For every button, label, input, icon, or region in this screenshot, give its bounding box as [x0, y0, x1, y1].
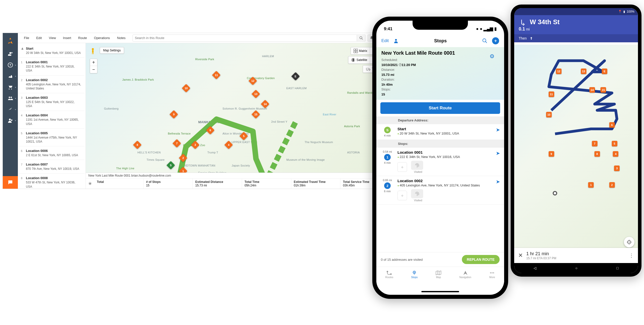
map-marker[interactable]: E [602, 69, 607, 74]
android-map[interactable]: 1213E11141510697584312 [514, 45, 638, 251]
map-canvas[interactable]: HARLEMRiverside ParkConservatory GardenE… [86, 43, 390, 189]
visited-thumbnail[interactable] [411, 161, 423, 170]
search-icon[interactable] [482, 38, 488, 44]
map-marker[interactable]: 4 [226, 142, 232, 149]
map-marker[interactable]: 15 [253, 111, 259, 119]
map-marker[interactable]: S [168, 162, 174, 170]
start-route-button[interactable]: Start Route [380, 102, 500, 114]
tab-routes[interactable]: Routes [385, 270, 393, 279]
more-button[interactable]: ⋮ [629, 252, 634, 258]
stop-item[interactable]: 4Location 00041191 1st Avenue, New York,… [19, 111, 85, 128]
summary-settings-button[interactable] [86, 179, 94, 189]
map-marker[interactable]: 4 [613, 151, 618, 157]
matrix-view-button[interactable]: Matrix [351, 47, 370, 54]
menu-route[interactable]: Route [75, 35, 90, 41]
map-marker[interactable]: 14 [262, 101, 268, 109]
map-marker[interactable]: 8 [594, 151, 600, 157]
arrow-up-icon [529, 36, 533, 40]
stop-item[interactable]: Start20 W 34th St, New York, NY 10001, U… [19, 44, 85, 58]
ios-stop-item[interactable]: 0.65 mi26 min Location 0002405 Lexington… [376, 176, 504, 205]
app-logo-icon [6, 37, 14, 45]
satellite-button[interactable]: Satellite [348, 56, 370, 63]
ios-stop-item[interactable]: S4 min Start20 W 34th St, New York, NY 1… [376, 124, 504, 140]
stop-item[interactable]: 7Location 0007870 7th Ave, New York, NY … [19, 160, 85, 174]
stop-item[interactable]: 3Location 0003125 E 54th St, New York, N… [19, 93, 85, 111]
map-marker[interactable]: 2 [180, 155, 186, 162]
map-marker[interactable]: 13 [253, 91, 259, 99]
search-button[interactable] [357, 35, 366, 42]
back-button[interactable]: ◁ [534, 266, 536, 270]
sidebar-new-route[interactable] [3, 49, 18, 59]
map-marker[interactable]: 2 [609, 182, 615, 188]
map-marker[interactable]: 1 [588, 182, 594, 188]
tab-stops[interactable]: Stops [411, 270, 418, 279]
map-marker[interactable]: 9 [549, 151, 554, 157]
stops-panel[interactable]: Start20 W 34th St, New York, NY 10001, U… [18, 43, 86, 189]
map-marker[interactable]: 6 [609, 122, 615, 128]
map-marker[interactable]: 10 [183, 85, 189, 93]
tab-navigation[interactable]: Navigation [459, 270, 471, 279]
sidebar-orders[interactable] [3, 82, 18, 92]
map-settings-button[interactable]: Map Settings [100, 47, 124, 54]
menu-operations[interactable]: Operations [91, 35, 113, 41]
pegman-icon[interactable] [90, 48, 96, 55]
map-marker[interactable]: 3 [614, 166, 620, 171]
sidebar-team[interactable] [3, 93, 18, 104]
home-button[interactable]: ○ [575, 266, 577, 270]
stop-item[interactable]: 6Location 00062 E 61st St, New York, NY … [19, 146, 85, 160]
menu-notes[interactable]: Notes [114, 35, 129, 41]
map-marker[interactable]: 9 [171, 111, 177, 119]
add-button[interactable]: + [492, 37, 499, 44]
stop-item[interactable]: 1Location 0001222 E 34th St, New York, N… [19, 58, 85, 75]
sidebar-chat-button[interactable] [3, 176, 18, 189]
map-marker[interactable]: 7 [592, 141, 597, 146]
ios-stop-item[interactable]: 0.54 mi14 min Location 0001222 E 34th St… [376, 148, 504, 176]
edit-button[interactable]: Edit [381, 38, 389, 43]
zoom-in-button[interactable]: + [90, 59, 97, 66]
map-marker[interactable]: 3 [192, 142, 198, 149]
navigate-button[interactable]: ➤ [496, 127, 500, 137]
map-marker[interactable]: 15 [600, 87, 606, 93]
stop-item[interactable]: 2Location 0002405 Lexington Ave, New Yor… [19, 76, 85, 93]
map-marker[interactable]: 14 [589, 87, 595, 93]
navigate-button[interactable]: ➤ [496, 150, 500, 173]
map-marker[interactable]: E [293, 73, 299, 81]
map-marker[interactable]: 11 [213, 72, 219, 80]
menu-insert[interactable]: Insert [60, 35, 74, 41]
tab-map[interactable]: Map [435, 270, 441, 279]
sidebar-help[interactable]: ? [3, 60, 18, 70]
map-marker[interactable]: 13 [581, 69, 586, 74]
sidebar-actions[interactable] [3, 71, 18, 81]
map-marker[interactable]: 12 [556, 69, 561, 74]
add-note-button[interactable]: ＋ [397, 191, 407, 200]
add-note-button[interactable]: ＋ [397, 162, 407, 172]
person-icon[interactable] [393, 38, 399, 44]
close-button[interactable]: ✕ [518, 252, 523, 259]
eta-details: 15.7 mi ETA 03:37 PM [526, 256, 625, 260]
sidebar-analytics[interactable] [3, 104, 18, 115]
navigate-button[interactable]: ➤ [496, 179, 500, 202]
zoom-out-button[interactable]: − [90, 66, 97, 73]
sidebar-account[interactable] [3, 115, 18, 126]
map-marker[interactable]: 10 [546, 112, 552, 117]
recenter-button[interactable] [624, 237, 634, 247]
menu-view[interactable]: View [46, 35, 59, 41]
map-marker[interactable]: 5 [612, 141, 617, 146]
map-marker[interactable]: 12 [250, 78, 256, 85]
recents-button[interactable]: □ [616, 266, 618, 270]
replan-route-button[interactable]: REPLAN ROUTE [462, 255, 500, 264]
stop-item[interactable]: 5Location 00051444 1st Avenue #75th, New… [19, 129, 85, 146]
menu-edit[interactable]: Edit [33, 35, 45, 41]
menu-file[interactable]: File [21, 35, 32, 41]
map-marker[interactable]: 7 [174, 140, 180, 148]
visited-thumbnail[interactable] [411, 189, 423, 198]
route-settings-button[interactable]: ⚙ [490, 53, 495, 60]
map-marker[interactable]: 6 [207, 127, 213, 135]
map-marker[interactable]: 5 [241, 133, 247, 141]
stop-item[interactable]: 8Location 0008533 W 47th St, New York, N… [19, 174, 85, 189]
svg-point-5 [360, 37, 362, 39]
route-search-input[interactable] [133, 35, 357, 42]
tab-more[interactable]: More [489, 270, 495, 279]
map-marker[interactable]: 11 [549, 91, 554, 97]
map-marker[interactable]: 8 [134, 142, 140, 149]
